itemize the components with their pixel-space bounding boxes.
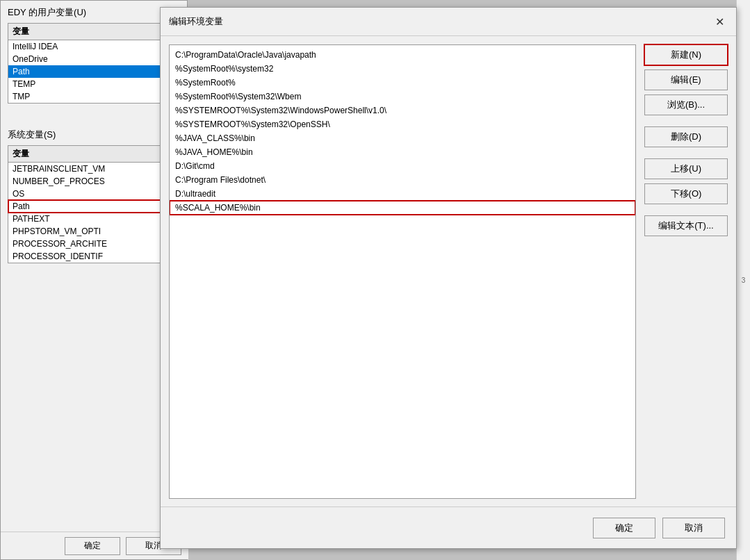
dialog-content: C:\ProgramData\Oracle\Java\javapath %Sys…	[161, 36, 736, 507]
modal-overlay: 编辑环境变量 ✕ C:\ProgramData\Oracle\Java\java…	[0, 0, 750, 560]
path-item-10[interactable]: D:\ultraedit	[170, 187, 635, 201]
path-list[interactable]: C:\ProgramData\Oracle\Java\javapath %Sys…	[169, 44, 636, 499]
dialog-title: 编辑环境变量	[169, 15, 223, 28]
path-item-9[interactable]: C:\Program Files\dotnet\	[170, 173, 635, 187]
edit-text-button[interactable]: 编辑文本(T)...	[644, 215, 728, 236]
path-item-0[interactable]: C:\ProgramData\Oracle\Java\javapath	[170, 48, 635, 62]
path-item-1[interactable]: %SystemRoot%\system32	[170, 62, 635, 76]
action-buttons-panel: 新建(N) 编辑(E) 浏览(B)... 删除(D) 上移(U) 下移(O) 编…	[644, 44, 728, 499]
path-item-2[interactable]: %SystemRoot%	[170, 76, 635, 90]
new-button[interactable]: 新建(N)	[644, 44, 728, 65]
path-item-3[interactable]: %SystemRoot%\System32\Wbem	[170, 90, 635, 104]
dialog-titlebar: 编辑环境变量 ✕	[161, 8, 736, 36]
move-up-button[interactable]: 上移(U)	[644, 158, 728, 179]
edit-button[interactable]: 编辑(E)	[644, 69, 728, 90]
dialog-close-button[interactable]: ✕	[711, 13, 728, 30]
browse-button[interactable]: 浏览(B)...	[644, 94, 728, 115]
edit-env-dialog: 编辑环境变量 ✕ C:\ProgramData\Oracle\Java\java…	[160, 7, 737, 549]
path-item-8[interactable]: D:\Git\cmd	[170, 159, 635, 173]
path-item-7[interactable]: %JAVA_HOME%\bin	[170, 145, 635, 159]
dialog-footer: 确定 取消	[161, 507, 736, 548]
move-down-button[interactable]: 下移(O)	[644, 183, 728, 204]
path-item-5[interactable]: %SYSTEMROOT%\System32\OpenSSH\	[170, 117, 635, 131]
path-item-4[interactable]: %SYSTEMROOT%\System32\WindowsPowerShell\…	[170, 104, 635, 117]
path-item-6[interactable]: %JAVA_CLASS%\bin	[170, 131, 635, 145]
delete-button[interactable]: 删除(D)	[644, 126, 728, 147]
path-item-11[interactable]: %SCALA_HOME%\bin	[170, 201, 635, 215]
dialog-cancel-button[interactable]: 取消	[662, 518, 725, 538]
dialog-ok-button[interactable]: 确定	[593, 518, 655, 538]
